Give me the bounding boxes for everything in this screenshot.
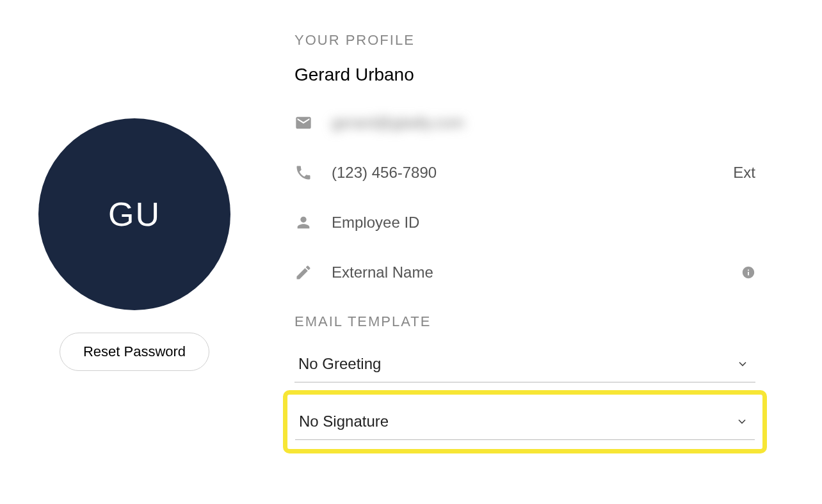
greeting-select-label: No Greeting bbox=[298, 355, 381, 373]
profile-section-header: YOUR PROFILE bbox=[294, 32, 755, 49]
phone-field-row: (123) 456-7890 Ext bbox=[294, 164, 755, 182]
phone-value: (123) 456-7890 bbox=[332, 164, 714, 182]
external-name-field-row: External Name bbox=[294, 264, 755, 281]
email-field-row: gerard@gladly.com bbox=[294, 114, 755, 132]
profile-name: Gerard Urbano bbox=[294, 65, 755, 85]
mail-icon bbox=[294, 114, 312, 132]
phone-ext-label: Ext bbox=[733, 164, 755, 182]
employee-id-label: Employee ID bbox=[332, 214, 755, 232]
email-value: gerard@gladly.com bbox=[332, 114, 755, 132]
chevron-down-icon bbox=[736, 358, 749, 370]
avatar: GU bbox=[38, 118, 230, 310]
profile-main: YOUR PROFILE Gerard Urbano gerard@gladly… bbox=[294, 32, 755, 453]
signature-select[interactable]: No Signature bbox=[295, 404, 755, 440]
external-name-label: External Name bbox=[332, 264, 722, 281]
phone-icon bbox=[294, 164, 312, 182]
person-icon bbox=[294, 214, 312, 232]
signature-select-label: No Signature bbox=[299, 413, 389, 430]
signature-highlight: No Signature bbox=[283, 390, 767, 453]
email-template-header: EMAIL TEMPLATE bbox=[294, 313, 755, 330]
edit-icon bbox=[294, 264, 312, 281]
reset-password-button[interactable]: Reset Password bbox=[60, 333, 209, 371]
email-template-section: EMAIL TEMPLATE No Greeting No Signature bbox=[294, 313, 755, 453]
employee-id-field-row: Employee ID bbox=[294, 214, 755, 232]
greeting-select[interactable]: No Greeting bbox=[294, 346, 755, 382]
profile-sidebar: GU Reset Password bbox=[38, 32, 230, 453]
chevron-down-icon bbox=[736, 415, 748, 428]
info-icon[interactable] bbox=[741, 265, 755, 280]
avatar-initials: GU bbox=[108, 195, 161, 233]
